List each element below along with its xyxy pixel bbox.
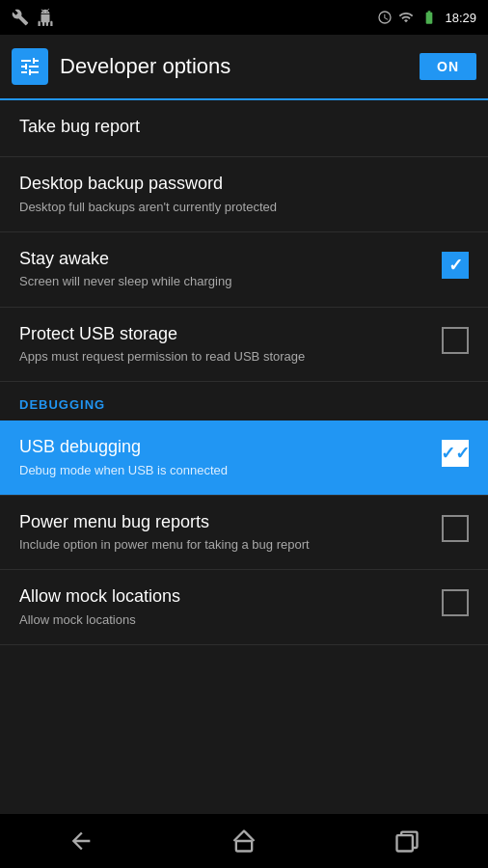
svg-rect-0 [236, 841, 252, 852]
settings-content: Take bug report Desktop backup password … [0, 100, 488, 814]
power-menu-bug-title: Power menu bug reports [19, 511, 430, 533]
desktop-backup-text: Desktop backup password Desktop full bac… [19, 173, 469, 216]
stay-awake-checkbox[interactable] [442, 252, 469, 279]
home-icon [230, 827, 258, 854]
usb-debugging-checkbox[interactable]: ✓ [442, 440, 469, 467]
settings-sliders-icon [18, 55, 41, 78]
status-bar-right: 18:29 [377, 10, 476, 25]
debugging-section-header: DEBUGGING [0, 382, 488, 420]
stay-awake-title: Stay awake [19, 248, 430, 270]
power-menu-bug-checkbox-box[interactable] [442, 515, 469, 542]
usb-debugging-text: USB debugging Debug mode when USB is con… [19, 436, 430, 479]
protect-usb-text: Protect USB storage Apps must request pe… [19, 323, 430, 366]
desktop-backup-subtitle: Desktop full backups aren't currently pr… [19, 199, 469, 216]
status-bar-left [12, 9, 54, 26]
power-menu-bug-checkbox[interactable] [442, 515, 469, 542]
stay-awake-checkbox-box[interactable] [442, 252, 469, 279]
mock-locations-item[interactable]: Allow mock locations Allow mock location… [0, 570, 488, 645]
app-bar-icon [12, 48, 48, 85]
stay-awake-text: Stay awake Screen will never sleep while… [19, 248, 430, 291]
alarm-icon [377, 10, 393, 25]
take-bug-report-item[interactable]: Take bug report [0, 100, 488, 157]
protect-usb-subtitle: Apps must request permission to read USB… [19, 348, 430, 366]
stay-awake-subtitle: Screen will never sleep while charging [19, 273, 430, 290]
power-menu-bug-subtitle: Include option in power menu for taking … [19, 536, 430, 554]
protect-usb-title: Protect USB storage [19, 323, 430, 345]
mock-locations-text: Allow mock locations Allow mock location… [19, 585, 430, 629]
mock-locations-checkbox[interactable] [442, 589, 469, 616]
usb-debugging-checkbox-box[interactable]: ✓ [442, 440, 469, 467]
mock-locations-title: Allow mock locations [19, 585, 430, 608]
battery-icon [420, 10, 439, 25]
back-icon [68, 827, 95, 854]
desktop-backup-title: Desktop backup password [19, 173, 469, 195]
desktop-backup-item[interactable]: Desktop backup password Desktop full bac… [0, 157, 488, 232]
usb-debugging-title: USB debugging [19, 436, 430, 458]
mock-locations-subtitle: Allow mock locations [19, 611, 430, 629]
power-menu-bug-text: Power menu bug reports Include option in… [19, 511, 430, 555]
debugging-section-label: DEBUGGING [19, 397, 105, 412]
bottom-nav [0, 814, 488, 868]
android-icon [37, 9, 54, 26]
recents-icon [393, 827, 420, 854]
stay-awake-item[interactable]: Stay awake Screen will never sleep while… [0, 232, 488, 308]
time-display: 18:29 [445, 11, 476, 25]
usb-debugging-item[interactable]: USB debugging Debug mode when USB is con… [0, 420, 488, 496]
protect-usb-checkbox-box[interactable] [442, 327, 469, 354]
svg-rect-1 [396, 835, 412, 851]
mock-locations-checkbox-box[interactable] [442, 589, 469, 616]
take-bug-report-text: Take bug report [19, 116, 469, 141]
app-bar: Developer options ON [0, 35, 488, 100]
nav-back-button[interactable] [57, 824, 105, 858]
take-bug-report-title: Take bug report [19, 116, 469, 138]
usb-debugging-subtitle: Debug mode when USB is connected [19, 462, 430, 479]
status-bar: 18:29 [0, 0, 488, 35]
wrench-icon [12, 9, 29, 26]
on-toggle-button[interactable]: ON [420, 53, 476, 80]
protect-usb-checkbox[interactable] [442, 327, 469, 354]
power-menu-bug-item[interactable]: Power menu bug reports Include option in… [0, 496, 488, 571]
page-title: Developer options [60, 54, 408, 79]
signal-icon [398, 10, 414, 25]
protect-usb-item[interactable]: Protect USB storage Apps must request pe… [0, 308, 488, 383]
nav-home-button[interactable] [220, 824, 268, 858]
nav-recents-button[interactable] [383, 824, 431, 858]
